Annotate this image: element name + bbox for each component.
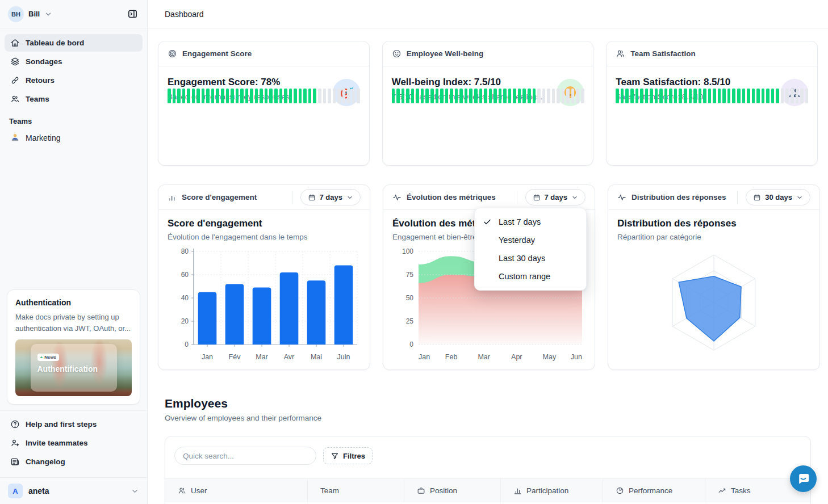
range-selector-wrap: 30 days [737,191,810,204]
sidebar-nav: Tableau de bord Sondages Retours Teams [0,28,147,109]
calendar-icon [308,194,316,201]
kpi-card-header: Engagement Score [158,41,369,66]
chart-body: Distribution des réponses Répartition pa… [608,210,819,365]
chart-subtitle: Évolution de l'engagement dans le temps [168,233,361,241]
collapse-sidebar-button[interactable] [124,6,140,22]
sidebar-item-invite[interactable]: Invite teammates [5,434,143,452]
news-badge: +News [37,354,60,361]
bar-chart-icon [168,193,177,202]
kpi-header-label: Employee Well-being [407,49,484,58]
chevron-down-icon [571,194,578,201]
sidebar-item-label: Retours [26,76,55,85]
menu-item-last-7-days[interactable]: Last 7 days [475,213,586,231]
range-dropdown-menu: Last 7 days Yesterday Last 30 days [474,208,587,291]
promo-image-overlay-card: +News Authentification [31,344,117,392]
chart-body: Score d'engagement Évolution de l'engage… [158,210,370,364]
sidebar-item-feedback[interactable]: Retours [5,72,143,89]
chart-card-response-distribution: Distribution des réponses 30 days Distri… [608,184,820,370]
check-icon [483,217,493,227]
trend-up-icon [718,486,726,495]
chart-card-metrics-evolution: Évolution des métriques 7 days Évolution… [383,184,595,370]
chart-card-engagement-score: Score d'engagement 7 days Score d'engage… [158,184,370,370]
sidebar-item-changelog[interactable]: Changelog [5,453,143,471]
footer-item-label: Changelog [26,457,65,466]
menu-item-yesterday[interactable]: Yesterday [475,231,586,249]
column-header-performance[interactable]: Performance [603,479,705,502]
chart-title: Score d'engagement [168,218,361,229]
kpi-card-header: Employee Well-being [383,41,593,66]
sidebar-item-label: Teams [26,95,49,103]
kpi-header-label: Engagement Score [182,49,252,58]
column-label: Tasks [731,486,751,495]
column-header-user[interactable]: User [165,479,307,502]
sidebar-item-label: Sondages [26,57,62,66]
column-header-participation[interactable]: Participation [500,479,603,502]
workspace-switcher[interactable]: A aneta [0,477,147,504]
teams-section-label: Teams [0,109,147,129]
layers-icon [10,57,20,66]
menu-item-custom-range[interactable]: Custom range [475,267,586,285]
sidebar-item-dashboard[interactable]: Tableau de bord [5,34,143,52]
svg-text:Avr: Avr [284,353,295,361]
svg-text:Juin: Juin [337,353,350,361]
svg-text:50: 50 [406,294,414,302]
range-label: 30 days [765,193,792,201]
kpi-card-header: Team Satisfaction [607,41,817,66]
briefcase-icon [417,486,425,495]
user-plus-icon [10,438,20,448]
svg-text:0: 0 [409,341,413,348]
kpi-title: Well-being Index: 7.5/10 [392,77,584,88]
chevron-down-icon[interactable] [44,10,52,18]
sidebar-item-teams[interactable]: Teams [5,90,143,108]
users-icon [178,486,186,495]
chart-row: Score d'engagement 7 days Score d'engage… [158,184,818,370]
engagement-bar-chart: 020406080JanFévMarAvrMaiJuin [168,245,361,364]
activity-icon [392,193,402,202]
chart-card-header: Distribution des réponses 30 days [608,185,819,210]
sidebar-item-help[interactable]: Help and first steps [5,415,143,433]
filters-button[interactable]: Filtres [323,447,373,464]
workspace-name: aneta [28,486,49,495]
user-name[interactable]: Bill [28,10,40,18]
range-selector-wrap: 7 days [292,191,361,204]
kpi-body: Engagement Score: 78% Based on internal … [158,66,369,111]
svg-text:100: 100 [402,247,413,255]
calendar-icon [533,194,541,201]
sidebar-item-surveys[interactable]: Sondages [5,53,143,70]
technologist-emoji-icon [10,133,20,142]
svg-text:Mai: Mai [311,353,322,361]
sidebar: BH Bill Tableau de bord Sondages Retours [0,0,148,504]
svg-text:40: 40 [181,294,189,302]
user-avatar[interactable]: BH [8,6,24,22]
promo-image-golden-gate: +News Authentification [15,339,132,396]
range-selector-wrap: 7 days [517,191,586,204]
check-placeholder [483,253,493,263]
sidebar-footer: Help and first steps Invite teammates Ch… [0,410,147,474]
sidebar-item-marketing[interactable]: Marketing [0,129,147,146]
promo-card-authentication[interactable]: Authentication Make docs private by sett… [7,289,140,405]
chat-launcher-button[interactable] [790,465,817,492]
svg-text:Apr: Apr [511,353,522,361]
range-selector-button[interactable]: 30 days [746,189,810,205]
svg-text:Mar: Mar [256,353,268,361]
sidebar-header: BH Bill [0,0,147,28]
promo-image-label: Authentification [37,364,110,373]
range-selector-button[interactable]: 7 days [300,189,361,205]
employees-table-header: User Team Position Participation [165,478,810,502]
menu-item-last-30-days[interactable]: Last 30 days [475,249,586,267]
employees-title: Employees [165,397,811,410]
column-label: Participation [526,486,568,495]
range-selector-button[interactable]: 7 days [525,189,586,205]
kpi-card-satisfaction: Team Satisfaction Team Satisfaction: 8.5… [606,41,818,166]
app-root: BH Bill Tableau de bord Sondages Retours [0,0,828,504]
promo-body: Make docs private by setting up authenti… [15,312,132,334]
column-header-position[interactable]: Position [404,479,500,502]
chart-card-header: Score d'engagement 7 days [158,185,370,210]
search-input[interactable] [174,447,316,465]
column-label: User [191,486,207,495]
column-header-team[interactable]: Team [307,479,404,502]
range-label: 7 days [320,193,342,201]
sidebar-item-label: Tableau de bord [26,39,84,47]
menu-item-label: Yesterday [499,236,535,245]
chat-bubble-icon [796,472,810,486]
